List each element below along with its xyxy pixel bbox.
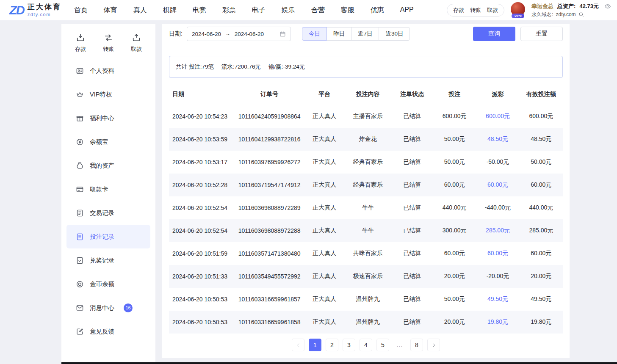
- quick-action-deposit[interactable]: 存款: [75, 33, 86, 53]
- brand-logo-icon: ZD: [9, 4, 24, 17]
- bottom-bar: [61, 362, 617, 364]
- date-filter-label: 日期:: [169, 30, 183, 38]
- withdraw-button[interactable]: 取款: [487, 6, 498, 14]
- nav-item-service[interactable]: 客服: [341, 6, 354, 15]
- transaction-icon: [76, 209, 84, 217]
- range-button-last30[interactable]: 近30日: [379, 27, 410, 41]
- cell-platform: 正大真人: [305, 128, 344, 151]
- sidebar-item-feedback[interactable]: 意见反馈: [66, 320, 150, 343]
- sidebar-item-transactions[interactable]: 交易记录: [66, 201, 150, 225]
- table-row: 2024-06-20 10:52:541011603698088972288正大…: [169, 219, 563, 242]
- sidebar-item-vip[interactable]: VIP特权: [66, 83, 150, 106]
- records-table: 日期订单号平台投注内容注单状态投注派彩有效投注额 2024-06-20 10:5…: [169, 84, 563, 334]
- page-button-2[interactable]: 2: [326, 339, 338, 351]
- cell-content: 温州牌九: [344, 288, 392, 311]
- feedback-icon: [76, 328, 84, 336]
- range-button-last7[interactable]: 近7日: [351, 27, 379, 41]
- cell-platform: 正大真人: [305, 174, 344, 196]
- vip-badge: VIP4: [512, 14, 524, 18]
- table-row: 2024-06-20 10:53:591011604129938722816正大…: [169, 128, 563, 151]
- quick-action-label: 存款: [75, 45, 86, 53]
- search-button[interactable]: 查询: [473, 27, 515, 41]
- cell-content: 主播百家乐: [344, 105, 392, 128]
- deposit-button[interactable]: 存款: [453, 6, 464, 14]
- avatar-block: VIP4: [509, 2, 526, 18]
- nav-item-promo[interactable]: 优惠: [371, 6, 384, 15]
- range-button-yesterday[interactable]: 昨日: [326, 27, 351, 41]
- sidebar-item-messages[interactable]: 消息中心16: [66, 296, 150, 320]
- sidebar-item-withdraw-card[interactable]: 取款卡: [66, 177, 150, 201]
- cell-order: 1011603976959926272: [234, 151, 304, 174]
- cell-payout: 60.00元: [476, 174, 519, 196]
- page-button-1[interactable]: 1: [309, 339, 321, 351]
- sidebar-item-bet-records[interactable]: 投注记录: [66, 225, 150, 248]
- pagination-prev-button[interactable]: [292, 339, 304, 351]
- cell-date: 2024-06-20 10:52:54: [169, 219, 234, 242]
- permanent-domain-label: 永久域名:: [531, 11, 553, 18]
- range-button-today[interactable]: 今日: [302, 27, 327, 41]
- nav-item-chess[interactable]: 棋牌: [163, 6, 177, 15]
- nav-item-lottery[interactable]: 彩票: [222, 6, 236, 15]
- date-range-input[interactable]: 2024-06-20 ~ 2024-06-20: [187, 27, 291, 41]
- pagination-next-button[interactable]: [427, 339, 440, 351]
- brand-logo[interactable]: ZD 正大体育 zdty.com: [9, 3, 61, 17]
- wallet-actions: 存款转账取款: [447, 4, 504, 17]
- brand-title: 正大体育: [28, 3, 61, 11]
- page-button-4[interactable]: 4: [360, 339, 372, 351]
- date-from-value: 2024-06-20: [192, 31, 221, 37]
- deposit-icon: [76, 33, 85, 42]
- records-table-body: 2024-06-20 10:54:231011604240591908864正大…: [169, 105, 563, 334]
- nav-item-live[interactable]: 真人: [133, 6, 147, 15]
- calendar-icon: [279, 31, 286, 37]
- nav-item-app[interactable]: APP: [400, 6, 414, 15]
- column-header: 订单号: [234, 84, 304, 105]
- page-button-5[interactable]: 5: [376, 339, 389, 351]
- sidebar-item-label: 投注记录: [90, 233, 114, 241]
- column-header: 派彩: [476, 84, 519, 105]
- cell-order: 1011603698088972288: [234, 219, 304, 242]
- yuebao-icon: [76, 138, 84, 146]
- sidebar-item-label: 金币余额: [90, 280, 114, 288]
- sidebar-item-yuebao[interactable]: 余额宝: [66, 130, 150, 154]
- sidebar-item-welfare[interactable]: 福利中心: [66, 106, 150, 130]
- cell-date: 2024-06-20 10:50:53: [169, 311, 234, 334]
- chevron-left-icon: [296, 342, 301, 348]
- transfer-button[interactable]: 转账: [470, 6, 481, 14]
- top-header: ZD 正大体育 zdty.com 首页体育真人棋牌电竞彩票电子娱乐合营客服优惠A…: [0, 0, 617, 20]
- cell-valid: 285.00元: [520, 219, 563, 242]
- page-button-3[interactable]: 3: [343, 339, 355, 351]
- nav-item-esports[interactable]: 电竞: [193, 6, 206, 15]
- table-row: 2024-06-20 10:51:591011603571471380480正大…: [169, 242, 563, 265]
- nav-item-entertainment[interactable]: 娱乐: [282, 6, 295, 15]
- sidebar-item-redeem-records[interactable]: 兑奖记录: [66, 248, 150, 272]
- sidebar-item-assets[interactable]: 我的资产: [66, 154, 150, 177]
- permanent-domain-value: zdty.com: [556, 11, 575, 18]
- nav-item-sports[interactable]: 体育: [104, 6, 117, 15]
- eye-icon[interactable]: [604, 3, 611, 10]
- profile-icon: [76, 67, 84, 75]
- quick-action-withdraw[interactable]: 取款: [131, 33, 142, 53]
- pagination-ellipsis[interactable]: ...: [393, 339, 406, 351]
- nav-item-home[interactable]: 首页: [74, 6, 88, 15]
- nav-item-slots[interactable]: 电子: [252, 6, 266, 15]
- cell-payout: -440.00元: [476, 196, 519, 219]
- quick-action-transfer[interactable]: 转账: [103, 33, 114, 53]
- column-header: 投注内容: [344, 84, 392, 105]
- cell-content: 极速百家乐: [344, 265, 392, 288]
- cell-content: 牛牛: [344, 219, 392, 242]
- table-row: 2024-06-20 10:50:531011603316659961858正大…: [169, 311, 563, 334]
- cell-valid: 48.50元: [520, 128, 563, 151]
- cell-payout: 49.50元: [476, 288, 519, 311]
- cell-status: 已结算: [391, 174, 433, 196]
- sidebar-item-profile[interactable]: 个人资料: [66, 59, 150, 83]
- cell-date: 2024-06-20 10:50:53: [169, 288, 234, 311]
- sidebar-item-gold-balance[interactable]: 金币余额: [66, 272, 150, 296]
- cell-valid: 49.50元: [520, 288, 563, 311]
- cell-content: 炸金花: [344, 128, 392, 151]
- cell-date: 2024-06-20 10:53:59: [169, 128, 234, 151]
- cell-valid: 60.00元: [520, 174, 563, 196]
- page-button-8[interactable]: 8: [410, 339, 423, 351]
- reset-button[interactable]: 重置: [520, 27, 563, 41]
- nav-item-joint[interactable]: 合营: [311, 6, 325, 15]
- search-icon[interactable]: [578, 12, 584, 17]
